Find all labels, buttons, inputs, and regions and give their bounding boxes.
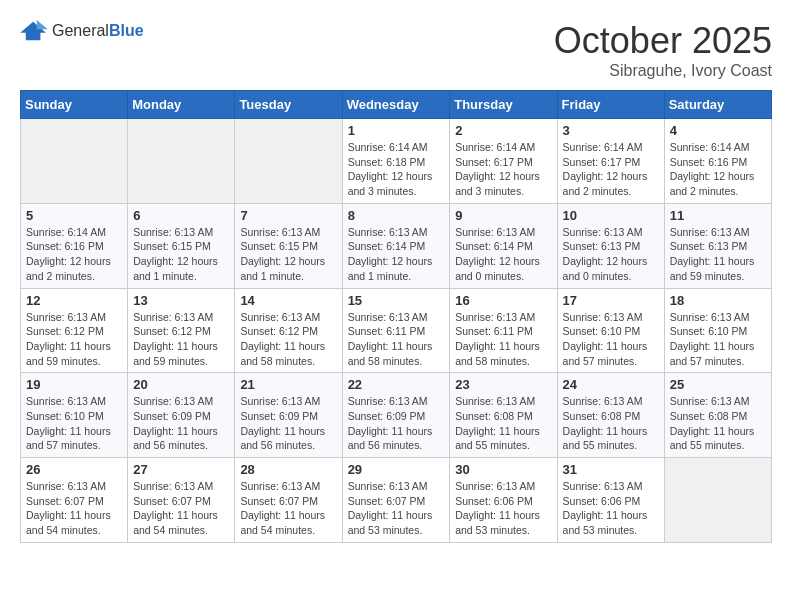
logo-general: General — [52, 22, 109, 39]
day-number: 5 — [26, 208, 122, 223]
day-info: Sunrise: 6:13 AM Sunset: 6:07 PM Dayligh… — [240, 479, 336, 538]
day-info: Sunrise: 6:13 AM Sunset: 6:09 PM Dayligh… — [240, 394, 336, 453]
calendar-week-row: 12Sunrise: 6:13 AM Sunset: 6:12 PM Dayli… — [21, 288, 772, 373]
day-number: 3 — [563, 123, 659, 138]
logo: GeneralBlue — [20, 20, 144, 42]
day-info: Sunrise: 6:13 AM Sunset: 6:12 PM Dayligh… — [133, 310, 229, 369]
calendar-cell: 2Sunrise: 6:14 AM Sunset: 6:17 PM Daylig… — [450, 119, 557, 204]
day-info: Sunrise: 6:13 AM Sunset: 6:11 PM Dayligh… — [348, 310, 445, 369]
day-number: 31 — [563, 462, 659, 477]
day-info: Sunrise: 6:13 AM Sunset: 6:12 PM Dayligh… — [26, 310, 122, 369]
calendar-cell: 21Sunrise: 6:13 AM Sunset: 6:09 PM Dayli… — [235, 373, 342, 458]
calendar-cell: 18Sunrise: 6:13 AM Sunset: 6:10 PM Dayli… — [664, 288, 771, 373]
day-info: Sunrise: 6:14 AM Sunset: 6:17 PM Dayligh… — [563, 140, 659, 199]
day-number: 28 — [240, 462, 336, 477]
day-number: 29 — [348, 462, 445, 477]
day-number: 4 — [670, 123, 766, 138]
calendar-cell: 3Sunrise: 6:14 AM Sunset: 6:17 PM Daylig… — [557, 119, 664, 204]
calendar-week-row: 1Sunrise: 6:14 AM Sunset: 6:18 PM Daylig… — [21, 119, 772, 204]
col-header-saturday: Saturday — [664, 91, 771, 119]
title-block: October 2025 Sibraguhe, Ivory Coast — [554, 20, 772, 80]
calendar-cell: 30Sunrise: 6:13 AM Sunset: 6:06 PM Dayli… — [450, 458, 557, 543]
day-info: Sunrise: 6:13 AM Sunset: 6:10 PM Dayligh… — [563, 310, 659, 369]
calendar-cell: 1Sunrise: 6:14 AM Sunset: 6:18 PM Daylig… — [342, 119, 450, 204]
day-number: 18 — [670, 293, 766, 308]
calendar-cell: 5Sunrise: 6:14 AM Sunset: 6:16 PM Daylig… — [21, 203, 128, 288]
calendar-cell: 6Sunrise: 6:13 AM Sunset: 6:15 PM Daylig… — [128, 203, 235, 288]
col-header-friday: Friday — [557, 91, 664, 119]
day-number: 2 — [455, 123, 551, 138]
calendar-cell: 28Sunrise: 6:13 AM Sunset: 6:07 PM Dayli… — [235, 458, 342, 543]
calendar-cell: 8Sunrise: 6:13 AM Sunset: 6:14 PM Daylig… — [342, 203, 450, 288]
calendar-table: SundayMondayTuesdayWednesdayThursdayFrid… — [20, 90, 772, 543]
day-number: 9 — [455, 208, 551, 223]
calendar-cell: 11Sunrise: 6:13 AM Sunset: 6:13 PM Dayli… — [664, 203, 771, 288]
day-info: Sunrise: 6:13 AM Sunset: 6:14 PM Dayligh… — [348, 225, 445, 284]
col-header-thursday: Thursday — [450, 91, 557, 119]
day-number: 1 — [348, 123, 445, 138]
day-info: Sunrise: 6:13 AM Sunset: 6:12 PM Dayligh… — [240, 310, 336, 369]
day-number: 25 — [670, 377, 766, 392]
day-info: Sunrise: 6:13 AM Sunset: 6:09 PM Dayligh… — [133, 394, 229, 453]
calendar-week-row: 26Sunrise: 6:13 AM Sunset: 6:07 PM Dayli… — [21, 458, 772, 543]
day-info: Sunrise: 6:14 AM Sunset: 6:18 PM Dayligh… — [348, 140, 445, 199]
day-number: 16 — [455, 293, 551, 308]
col-header-tuesday: Tuesday — [235, 91, 342, 119]
day-info: Sunrise: 6:13 AM Sunset: 6:13 PM Dayligh… — [670, 225, 766, 284]
calendar-week-row: 5Sunrise: 6:14 AM Sunset: 6:16 PM Daylig… — [21, 203, 772, 288]
day-info: Sunrise: 6:13 AM Sunset: 6:06 PM Dayligh… — [455, 479, 551, 538]
day-info: Sunrise: 6:13 AM Sunset: 6:14 PM Dayligh… — [455, 225, 551, 284]
col-header-sunday: Sunday — [21, 91, 128, 119]
calendar-cell: 17Sunrise: 6:13 AM Sunset: 6:10 PM Dayli… — [557, 288, 664, 373]
day-info: Sunrise: 6:13 AM Sunset: 6:09 PM Dayligh… — [348, 394, 445, 453]
day-number: 8 — [348, 208, 445, 223]
calendar-cell — [128, 119, 235, 204]
day-number: 6 — [133, 208, 229, 223]
day-number: 11 — [670, 208, 766, 223]
calendar-cell: 20Sunrise: 6:13 AM Sunset: 6:09 PM Dayli… — [128, 373, 235, 458]
calendar-cell: 19Sunrise: 6:13 AM Sunset: 6:10 PM Dayli… — [21, 373, 128, 458]
day-info: Sunrise: 6:13 AM Sunset: 6:08 PM Dayligh… — [563, 394, 659, 453]
logo-blue: Blue — [109, 22, 144, 39]
calendar-cell: 9Sunrise: 6:13 AM Sunset: 6:14 PM Daylig… — [450, 203, 557, 288]
day-number: 21 — [240, 377, 336, 392]
day-number: 23 — [455, 377, 551, 392]
calendar-cell: 22Sunrise: 6:13 AM Sunset: 6:09 PM Dayli… — [342, 373, 450, 458]
day-info: Sunrise: 6:14 AM Sunset: 6:17 PM Dayligh… — [455, 140, 551, 199]
calendar-cell: 4Sunrise: 6:14 AM Sunset: 6:16 PM Daylig… — [664, 119, 771, 204]
calendar-cell: 12Sunrise: 6:13 AM Sunset: 6:12 PM Dayli… — [21, 288, 128, 373]
calendar-cell: 10Sunrise: 6:13 AM Sunset: 6:13 PM Dayli… — [557, 203, 664, 288]
day-number: 22 — [348, 377, 445, 392]
svg-marker-1 — [37, 20, 48, 29]
calendar-cell: 16Sunrise: 6:13 AM Sunset: 6:11 PM Dayli… — [450, 288, 557, 373]
day-number: 24 — [563, 377, 659, 392]
calendar-cell: 24Sunrise: 6:13 AM Sunset: 6:08 PM Dayli… — [557, 373, 664, 458]
calendar-cell: 25Sunrise: 6:13 AM Sunset: 6:08 PM Dayli… — [664, 373, 771, 458]
day-number: 15 — [348, 293, 445, 308]
day-number: 20 — [133, 377, 229, 392]
day-info: Sunrise: 6:13 AM Sunset: 6:07 PM Dayligh… — [26, 479, 122, 538]
day-number: 12 — [26, 293, 122, 308]
day-info: Sunrise: 6:13 AM Sunset: 6:13 PM Dayligh… — [563, 225, 659, 284]
day-number: 14 — [240, 293, 336, 308]
day-info: Sunrise: 6:13 AM Sunset: 6:07 PM Dayligh… — [133, 479, 229, 538]
day-info: Sunrise: 6:13 AM Sunset: 6:10 PM Dayligh… — [26, 394, 122, 453]
page-title: October 2025 — [554, 20, 772, 62]
day-info: Sunrise: 6:13 AM Sunset: 6:08 PM Dayligh… — [455, 394, 551, 453]
calendar-cell: 26Sunrise: 6:13 AM Sunset: 6:07 PM Dayli… — [21, 458, 128, 543]
day-info: Sunrise: 6:13 AM Sunset: 6:06 PM Dayligh… — [563, 479, 659, 538]
calendar-cell — [664, 458, 771, 543]
day-info: Sunrise: 6:13 AM Sunset: 6:15 PM Dayligh… — [240, 225, 336, 284]
calendar-cell: 31Sunrise: 6:13 AM Sunset: 6:06 PM Dayli… — [557, 458, 664, 543]
day-info: Sunrise: 6:14 AM Sunset: 6:16 PM Dayligh… — [670, 140, 766, 199]
calendar-week-row: 19Sunrise: 6:13 AM Sunset: 6:10 PM Dayli… — [21, 373, 772, 458]
day-number: 17 — [563, 293, 659, 308]
calendar-cell: 13Sunrise: 6:13 AM Sunset: 6:12 PM Dayli… — [128, 288, 235, 373]
day-info: Sunrise: 6:13 AM Sunset: 6:11 PM Dayligh… — [455, 310, 551, 369]
col-header-wednesday: Wednesday — [342, 91, 450, 119]
day-info: Sunrise: 6:13 AM Sunset: 6:07 PM Dayligh… — [348, 479, 445, 538]
page-header: GeneralBlue October 2025 Sibraguhe, Ivor… — [20, 20, 772, 80]
day-number: 26 — [26, 462, 122, 477]
col-header-monday: Monday — [128, 91, 235, 119]
calendar-cell: 15Sunrise: 6:13 AM Sunset: 6:11 PM Dayli… — [342, 288, 450, 373]
